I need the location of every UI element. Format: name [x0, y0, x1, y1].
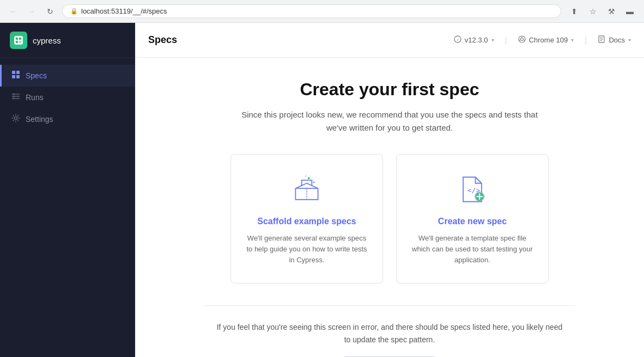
svg-rect-6	[16, 71, 20, 74]
sidebar-header: cypress	[0, 23, 135, 58]
svg-rect-8	[16, 75, 20, 78]
svg-rect-7	[12, 75, 15, 78]
url-text: localhost:53119/__/#/specs	[81, 7, 167, 15]
specs-icon	[11, 70, 20, 81]
svg-rect-0	[14, 36, 23, 45]
svg-point-29	[305, 176, 306, 177]
version-label: v12.3.0	[465, 36, 488, 44]
docs-chevron: ▾	[628, 37, 631, 43]
sidebar-nav: Specs Runs	[0, 58, 135, 357]
svg-rect-3	[16, 41, 18, 43]
address-bar[interactable]: 🔒 localhost:53119/__/#/specs	[62, 4, 561, 18]
create-new-card[interactable]: </> Create new spec We'll generate a tem…	[396, 154, 549, 284]
extensions-button[interactable]: ⚒	[604, 4, 619, 19]
cards-row: Scaffold example specs We'll generate se…	[230, 154, 549, 284]
docs-icon	[598, 35, 605, 45]
scaffold-icon	[289, 172, 324, 207]
sidebar-item-runs-label: Runs	[26, 93, 44, 102]
settings-icon	[11, 114, 20, 125]
browser-chevron: ▾	[571, 37, 574, 43]
svg-line-22	[519, 40, 520, 41]
svg-rect-1	[16, 38, 18, 40]
app-logo	[10, 32, 27, 49]
meta-divider-2: |	[585, 35, 587, 45]
svg-point-19	[520, 38, 523, 41]
browser-actions: ⬆ ☆ ⚒ ▬	[567, 4, 637, 19]
create-new-card-title: Create new spec	[438, 217, 507, 226]
docs-link[interactable]: Docs ▾	[598, 35, 631, 45]
browser-badge: Chrome 109 ▾	[518, 35, 574, 45]
sidebar-item-settings-label: Settings	[26, 115, 53, 124]
docs-label: Docs	[609, 36, 625, 44]
puzzle-button[interactable]: ▬	[622, 4, 637, 19]
sidebar-item-specs[interactable]: Specs	[0, 65, 135, 87]
svg-point-15	[15, 117, 17, 120]
hero-subtitle: Since this project looks new, we recomme…	[232, 108, 548, 134]
main-content: Specs v v12.3.0 ▾ |	[135, 23, 644, 357]
share-button[interactable]: ⬆	[567, 4, 582, 19]
sidebar-item-runs[interactable]: Runs	[0, 87, 135, 108]
section-divider	[204, 305, 575, 306]
scaffold-card-desc: We'll generate several example specs to …	[244, 233, 369, 266]
lock-icon: 🔒	[70, 8, 78, 15]
version-badge: v v12.3.0 ▾	[454, 35, 494, 45]
svg-rect-2	[19, 38, 21, 40]
error-hint: If you feel that you're seeing this scre…	[215, 321, 564, 346]
app-name: cypress	[33, 36, 61, 45]
scaffold-card[interactable]: Scaffold example specs We'll generate se…	[230, 154, 383, 284]
svg-text:v: v	[457, 38, 458, 41]
create-new-icon: </>	[455, 172, 490, 207]
main-body: Create your first spec Since this projec…	[135, 58, 644, 357]
forward-button[interactable]: →	[25, 5, 38, 18]
sidebar-item-specs-label: Specs	[26, 71, 47, 80]
svg-point-12	[13, 94, 15, 95]
runs-icon	[11, 92, 20, 103]
page-title: Specs	[148, 34, 177, 46]
scaffold-card-title: Scaffold example specs	[257, 217, 356, 226]
chrome-icon	[518, 35, 526, 45]
svg-point-28	[313, 181, 315, 183]
svg-point-13	[13, 96, 15, 97]
hero-title: Create your first spec	[300, 79, 479, 100]
header-meta: v v12.3.0 ▾ |	[454, 35, 631, 45]
main-header: Specs v v12.3.0 ▾ |	[135, 23, 644, 58]
sidebar-item-settings[interactable]: Settings	[0, 108, 135, 130]
meta-divider-1: |	[505, 35, 507, 45]
svg-rect-5	[12, 71, 15, 74]
back-button[interactable]: ←	[7, 5, 20, 18]
svg-point-27	[308, 177, 310, 180]
svg-point-14	[13, 98, 15, 100]
version-icon: v	[454, 35, 461, 45]
browser-chrome: ← → ↻ 🔒 localhost:53119/__/#/specs ⬆ ☆ ⚒…	[0, 0, 644, 23]
sidebar: cypress Specs	[0, 23, 135, 357]
svg-rect-4	[19, 41, 21, 43]
create-new-card-desc: We'll generate a template spec file whic…	[410, 233, 535, 266]
browser-label: Chrome 109	[529, 36, 568, 44]
bookmark-button[interactable]: ☆	[585, 4, 600, 19]
app: cypress Specs	[0, 23, 644, 357]
version-chevron: ▾	[491, 37, 494, 43]
reload-button[interactable]: ↻	[44, 5, 57, 18]
svg-line-21	[523, 40, 525, 41]
